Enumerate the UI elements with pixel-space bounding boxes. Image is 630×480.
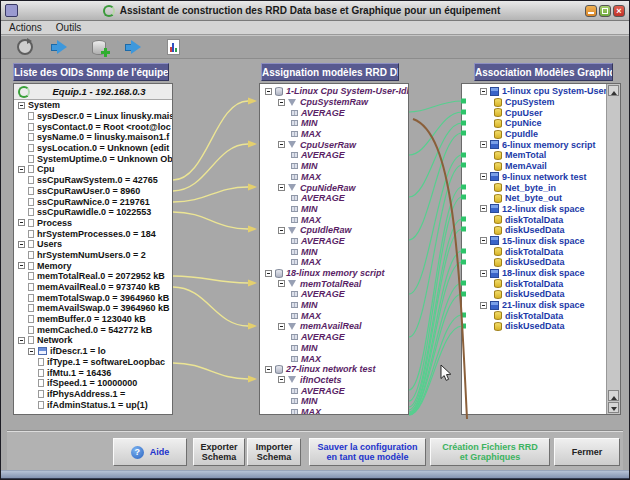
tree-row[interactable]: AVERAGE bbox=[260, 150, 408, 161]
tree-row[interactable]: ifMtu.1 = 16436 bbox=[14, 367, 172, 378]
assign-graph-button[interactable] bbox=[124, 38, 148, 56]
tree-row[interactable]: Cpu bbox=[14, 164, 172, 175]
collapse-toggle-icon[interactable] bbox=[18, 102, 25, 109]
tree-row[interactable]: Net_byte_in bbox=[462, 182, 606, 193]
collapse-toggle-icon[interactable] bbox=[480, 270, 487, 277]
tree-row[interactable]: Users bbox=[14, 239, 172, 250]
tree-row[interactable]: ssCpuRawSystem.0 = 42765 bbox=[14, 175, 172, 186]
tree-row[interactable]: diskUsedData bbox=[462, 289, 606, 300]
tree-row[interactable]: System bbox=[14, 100, 172, 111]
tree-row[interactable]: 18-linux disk space bbox=[462, 268, 606, 279]
tree-row[interactable]: diskUsedData bbox=[462, 257, 606, 268]
tree-row[interactable]: MAX bbox=[260, 129, 408, 140]
tree-row[interactable]: MAX bbox=[260, 214, 408, 225]
tree-row[interactable]: MAX bbox=[260, 172, 408, 183]
close-button[interactable]: Fermer bbox=[554, 438, 620, 466]
scroll-down-button[interactable] bbox=[608, 402, 619, 413]
collapse-toggle-icon[interactable] bbox=[278, 227, 285, 234]
tree-row[interactable]: memTotalReal.0 = 2072952 kB bbox=[14, 271, 172, 282]
export-schema-button[interactable]: Exporter Schema bbox=[193, 438, 245, 466]
tree-row[interactable]: MIN bbox=[260, 246, 408, 257]
tree-row[interactable]: Network bbox=[14, 335, 172, 346]
graph-report-button[interactable] bbox=[161, 38, 185, 56]
collapse-toggle-icon[interactable] bbox=[18, 241, 25, 248]
scroll-up-button[interactable] bbox=[608, 390, 619, 401]
tree-row[interactable]: hrSystemNumUsers.0 = 2 bbox=[14, 250, 172, 261]
collapse-toggle-icon[interactable] bbox=[278, 323, 285, 330]
tree-row[interactable]: CpuSystemRaw bbox=[260, 97, 408, 108]
tree-row[interactable]: memAvailReal.0 = 973740 kB bbox=[14, 282, 172, 293]
scroll-up-button[interactable] bbox=[608, 85, 619, 96]
tree-row[interactable]: CpuIdle bbox=[462, 129, 606, 140]
snmp-walk-button[interactable] bbox=[13, 38, 37, 56]
tree-row[interactable]: MIN bbox=[260, 343, 408, 354]
collapse-toggle-icon[interactable] bbox=[278, 99, 285, 106]
tree-row[interactable]: CpuUserRaw bbox=[260, 139, 408, 150]
tree-row[interactable]: MAX bbox=[260, 310, 408, 321]
tree-row[interactable]: diskUsedData bbox=[462, 225, 606, 236]
collapse-toggle-icon[interactable] bbox=[28, 348, 35, 355]
tree-row[interactable]: MIN bbox=[260, 396, 408, 407]
tree-row[interactable]: MemTotal bbox=[462, 150, 606, 161]
menu-actions[interactable]: Actions bbox=[9, 22, 42, 33]
title-bar[interactable]: Assistant de construction des RRD Data b… bbox=[1, 1, 629, 21]
tree-row[interactable]: diskTotalData bbox=[462, 278, 606, 289]
tree-row[interactable]: 21-linux disk space bbox=[462, 300, 606, 311]
tree-row[interactable]: MIN bbox=[260, 118, 408, 129]
tree-row[interactable]: Net_byte_out bbox=[462, 193, 606, 204]
tree-row[interactable]: 27-linux network test bbox=[260, 364, 408, 375]
tree-row[interactable]: MAX bbox=[260, 407, 408, 414]
tree-row[interactable]: MAX bbox=[260, 257, 408, 268]
tree-row[interactable]: MemAvail bbox=[462, 161, 606, 172]
collapse-toggle-icon[interactable] bbox=[480, 237, 487, 244]
import-schema-button[interactable]: Importer Schema bbox=[247, 438, 301, 466]
collapse-toggle-icon[interactable] bbox=[480, 302, 487, 309]
tree-row[interactable]: memCached.0 = 542772 kB bbox=[14, 324, 172, 335]
tree-row[interactable]: AVERAGE bbox=[260, 107, 408, 118]
tree-row[interactable]: Memory bbox=[14, 260, 172, 271]
tree-row[interactable]: CpuUser bbox=[462, 107, 606, 118]
tree-row[interactable]: MIN bbox=[260, 204, 408, 215]
collapse-toggle-icon[interactable] bbox=[480, 141, 487, 148]
tree-row[interactable]: ssCpuRawIdle.0 = 1022553 bbox=[14, 207, 172, 218]
tree-row[interactable]: ifInOctets bbox=[260, 375, 408, 386]
collapse-toggle-icon[interactable] bbox=[480, 173, 487, 180]
tree-row[interactable]: memTotalSwap.0 = 3964960 kB bbox=[14, 292, 172, 303]
tree-row[interactable]: CpuIdleRaw bbox=[260, 225, 408, 236]
menu-outils[interactable]: Outils bbox=[56, 22, 82, 33]
tree-row[interactable]: CpuNice bbox=[462, 118, 606, 129]
tree-row[interactable]: AVERAGE bbox=[260, 332, 408, 343]
collapse-toggle-icon[interactable] bbox=[278, 376, 285, 383]
tree-row[interactable]: memAvailSwap.0 = 3964960 kB bbox=[14, 303, 172, 314]
tree-row[interactable]: diskTotalData bbox=[462, 214, 606, 225]
tree-row[interactable]: 1-linux cpu System-User-Idle bbox=[462, 86, 606, 97]
tree-row[interactable]: AVERAGE bbox=[260, 385, 408, 396]
tree-row[interactable]: memTotalReal bbox=[260, 278, 408, 289]
tree-row[interactable]: sysDescr.0 = Linux linusky.mais bbox=[14, 111, 172, 122]
tree-row[interactable]: 6-linux memory script bbox=[462, 139, 606, 150]
collapse-toggle-icon[interactable] bbox=[480, 205, 487, 212]
tree-row[interactable]: sysLocation.0 = Unknown (edit bbox=[14, 143, 172, 154]
tree-row[interactable]: ifType.1 = softwareLoopbac bbox=[14, 357, 172, 368]
collapse-toggle-icon[interactable] bbox=[18, 166, 25, 173]
tree-row[interactable]: 18-linux memory script bbox=[260, 268, 408, 279]
tree-row[interactable]: diskTotalData bbox=[462, 246, 606, 257]
collapse-toggle-icon[interactable] bbox=[18, 337, 25, 344]
close-window-button[interactable]: × bbox=[613, 5, 625, 17]
collapse-toggle-icon[interactable] bbox=[278, 141, 285, 148]
tree-row[interactable]: MAX bbox=[260, 353, 408, 364]
tree-row[interactable]: ifDescr.1 = lo bbox=[14, 346, 172, 357]
collapse-toggle-icon[interactable] bbox=[278, 280, 285, 287]
collapse-toggle-icon[interactable] bbox=[480, 88, 487, 95]
tree-row[interactable]: diskUsedData bbox=[462, 321, 606, 332]
tree-row[interactable]: SystemUptime.0 = Unknown Ob bbox=[14, 153, 172, 164]
create-rrd-files-button[interactable]: Création Fichiers RRD et Graphiques bbox=[430, 438, 550, 466]
tree-row[interactable]: 12-linux disk space bbox=[462, 204, 606, 215]
tree-row[interactable]: ssCpuRawUser.0 = 8960 bbox=[14, 186, 172, 197]
tree-row[interactable]: ssCpuRawNice.0 = 219761 bbox=[14, 196, 172, 207]
tree-row[interactable]: 9-linux network test bbox=[462, 172, 606, 183]
tree-row[interactable]: 15-linux disk space bbox=[462, 236, 606, 247]
tree-row[interactable]: memAvailReal bbox=[260, 321, 408, 332]
collapse-toggle-icon[interactable] bbox=[18, 262, 25, 269]
save-as-model-button[interactable]: Sauver la configuration en tant que modè… bbox=[309, 438, 426, 466]
